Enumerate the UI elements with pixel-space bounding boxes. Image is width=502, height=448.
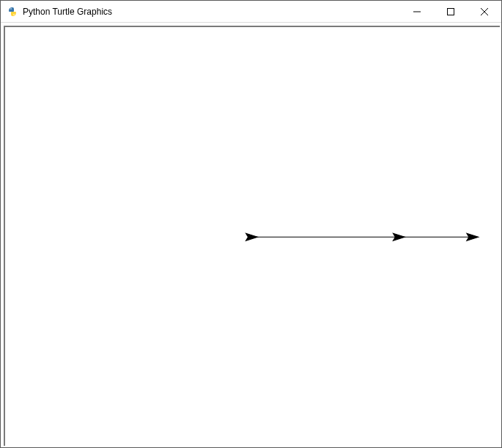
svg-point-1 [13, 14, 15, 15]
svg-rect-3 [448, 8, 454, 15]
close-button[interactable] [468, 1, 501, 22]
app-icon [7, 6, 18, 18]
app-window: Python Turtle Graphics [0, 0, 502, 448]
titlebar[interactable]: Python Turtle Graphics [1, 1, 501, 23]
turtle-canvas [5, 27, 500, 447]
minimize-button[interactable] [400, 1, 434, 22]
svg-point-0 [10, 8, 12, 10]
client-area [4, 26, 500, 446]
window-controls [400, 1, 501, 22]
maximize-button[interactable] [434, 1, 468, 22]
window-title: Python Turtle Graphics [23, 7, 112, 17]
